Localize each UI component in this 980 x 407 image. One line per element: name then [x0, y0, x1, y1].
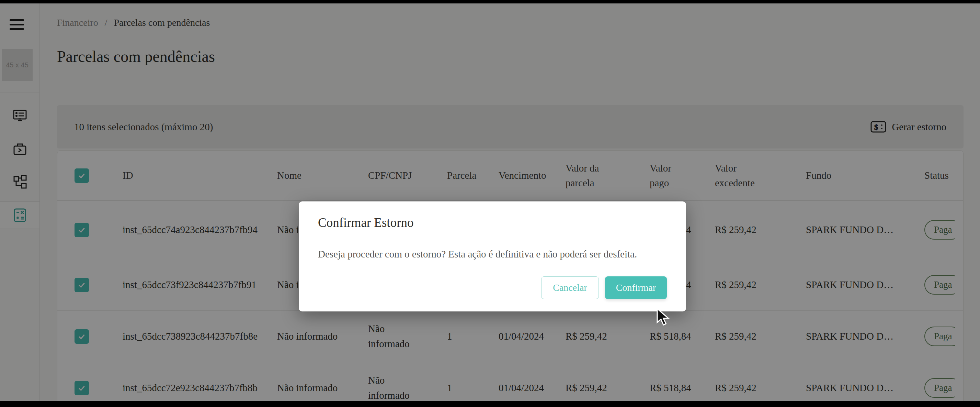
confirm-estorno-dialog: Confirmar Estorno Deseja proceder com o …	[299, 201, 686, 311]
letterbox-bottom	[0, 401, 980, 407]
cancel-button[interactable]: Cancelar	[541, 276, 599, 299]
confirm-button[interactable]: Confirmar	[605, 276, 667, 299]
dialog-actions: Cancelar Confirmar	[318, 276, 667, 305]
letterbox-top	[0, 0, 980, 3]
dialog-message: Deseja proceder com o estorno? Esta ação…	[318, 249, 667, 260]
dialog-title: Confirmar Estorno	[318, 215, 667, 230]
mouse-cursor	[655, 308, 670, 327]
